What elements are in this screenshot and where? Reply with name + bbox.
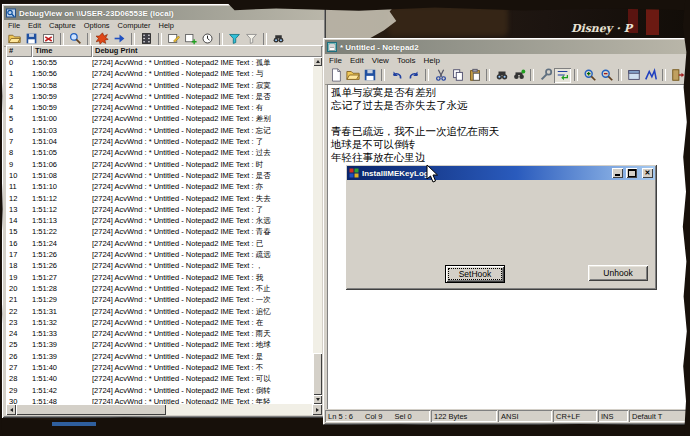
vertical-scroll-thumb[interactable]: [313, 353, 322, 395]
menu-item-tools[interactable]: Tools: [393, 55, 420, 66]
debug-log-row[interactable]: 41:50:59[2724] AcvWnd : * Untitled - Not…: [6, 102, 313, 113]
new-window-icon[interactable]: [182, 31, 199, 46]
scroll-down-icon[interactable]: [313, 395, 322, 404]
find-icon[interactable]: [270, 31, 287, 46]
debug-log-row[interactable]: 01:50:55[2724] AcvWnd : * Untitled - Not…: [6, 57, 313, 68]
horizontal-scroll-thumb[interactable]: [16, 404, 166, 415]
debug-log-row[interactable]: 231:51:32[2724] AcvWnd : * Untitled - No…: [6, 317, 313, 328]
word-wrap-icon[interactable]: [554, 68, 571, 83]
open-icon[interactable]: [344, 68, 361, 83]
replace-icon[interactable]: [510, 68, 527, 83]
debug-log-row[interactable]: 101:51:08[2724] AcvWnd : * Untitled - No…: [6, 170, 313, 181]
menu-item-edit[interactable]: Edit: [24, 20, 45, 31]
status-line: Ln 5 : 6: [328, 412, 353, 421]
status-eol[interactable]: CR+LF: [553, 410, 597, 422]
row-debug-print: [2724] AcvWnd : * Untitled - Notepad2 IM…: [92, 125, 313, 136]
status-mode[interactable]: INS: [598, 410, 628, 422]
wrench-icon[interactable]: [537, 68, 554, 83]
edit-note-icon[interactable]: [165, 31, 182, 46]
debug-log-row[interactable]: 181:51:26[2724] AcvWnd : * Untitled - No…: [6, 260, 313, 271]
highlight-icon[interactable]: [243, 31, 260, 46]
debug-log-row[interactable]: 51:51:00[2724] AcvWnd : * Untitled - Not…: [6, 113, 313, 124]
debug-log-row[interactable]: 241:51:33[2724] AcvWnd : * Untitled - No…: [6, 328, 313, 339]
boot-log-icon[interactable]: [138, 31, 155, 46]
debug-log-row[interactable]: 161:51:24[2724] AcvWnd : * Untitled - No…: [6, 238, 313, 249]
scheme-icon[interactable]: [642, 68, 659, 83]
row-number: 8: [6, 147, 32, 158]
cut-icon[interactable]: [432, 68, 449, 83]
debug-log-row[interactable]: 111:51:10[2724] AcvWnd : * Untitled - No…: [6, 181, 313, 192]
debug-log-row[interactable]: 141:51:13[2724] AcvWnd : * Untitled - No…: [6, 215, 313, 226]
status-scheme[interactable]: Default T: [629, 410, 687, 422]
notepad2-titlebar[interactable]: * Untitled - Notepad2: [325, 40, 688, 54]
debug-log-row[interactable]: 171:51:26[2724] AcvWnd : * Untitled - No…: [6, 249, 313, 260]
open-icon[interactable]: [6, 31, 23, 46]
menu-item-file[interactable]: File: [4, 20, 24, 31]
debug-log-row[interactable]: 91:51:06[2724] AcvWnd : * Untitled - Not…: [6, 159, 313, 170]
unhook-button[interactable]: Unhook: [588, 265, 648, 281]
row-debug-print: [2724] AcvWnd : * Untitled - Notepad2 IM…: [92, 249, 313, 260]
debug-log-row[interactable]: 221:51:31[2724] AcvWnd : * Untitled - No…: [6, 306, 313, 317]
debugview-horizontal-scrollbar[interactable]: [6, 404, 322, 415]
find-icon[interactable]: [493, 68, 510, 83]
close-icon[interactable]: ✕: [642, 168, 653, 178]
debug-log-row[interactable]: 11:50:56[2724] AcvWnd : * Untitled - Not…: [6, 68, 313, 79]
menu-item-help[interactable]: Help: [155, 20, 178, 31]
sethook-button[interactable]: SetHook: [445, 265, 505, 283]
save-icon[interactable]: [23, 31, 40, 46]
menu-item-options[interactable]: Options: [80, 20, 114, 31]
debug-log-row[interactable]: 21:50:58[2724] AcvWnd : * Untitled - Not…: [6, 80, 313, 91]
clock-icon[interactable]: [199, 31, 216, 46]
debug-log-row[interactable]: 71:51:04[2724] AcvWnd : * Untitled - Not…: [6, 136, 313, 147]
debug-log-row[interactable]: 61:51:03[2724] AcvWnd : * Untitled - Not…: [6, 125, 313, 136]
scroll-right-icon[interactable]: [312, 404, 322, 415]
menu-item-capture[interactable]: Capture: [45, 20, 80, 31]
menu-item-view[interactable]: View: [368, 55, 393, 66]
scroll-up-icon[interactable]: [313, 57, 322, 66]
settings-icon[interactable]: [625, 68, 642, 83]
column-header-print[interactable]: Debug Print: [92, 45, 322, 57]
menu-item-file[interactable]: File: [325, 55, 346, 66]
scroll-left-icon[interactable]: [6, 404, 16, 415]
autoscroll-icon[interactable]: [111, 31, 128, 46]
debug-log-row[interactable]: 291:51:42[2724] AcvWnd : * Untitled - No…: [6, 385, 313, 396]
dialog-titlebar[interactable]: InstallIMEKeyLog ✕: [347, 166, 655, 180]
minimize-icon[interactable]: [612, 168, 623, 178]
debug-log-row[interactable]: 281:51:40[2724] AcvWnd : * Untitled - No…: [6, 373, 313, 384]
debugview-log-list: 01:50:55[2724] AcvWnd : * Untitled - Not…: [6, 57, 313, 404]
zoom-out-icon[interactable]: [598, 68, 615, 83]
debug-log-row[interactable]: 201:51:28[2724] AcvWnd : * Untitled - No…: [6, 283, 313, 294]
toolbar-separator: [425, 69, 429, 81]
log-file-icon[interactable]: [40, 31, 57, 46]
column-header-time[interactable]: Time: [32, 45, 92, 57]
undo-icon[interactable]: [388, 68, 405, 83]
redo-icon[interactable]: [405, 68, 422, 83]
debug-log-row[interactable]: 121:51:12[2724] AcvWnd : * Untitled - No…: [6, 193, 313, 204]
debug-log-row[interactable]: 191:51:27[2724] AcvWnd : * Untitled - No…: [6, 272, 313, 283]
debug-log-row[interactable]: 251:51:39[2724] AcvWnd : * Untitled - No…: [6, 339, 313, 350]
menu-item-computer[interactable]: Computer: [114, 20, 155, 31]
capture-icon[interactable]: [94, 31, 111, 46]
debug-log-row[interactable]: 211:51:29[2724] AcvWnd : * Untitled - No…: [6, 294, 313, 305]
paste-icon[interactable]: [466, 68, 483, 83]
column-header-num[interactable]: #: [6, 45, 32, 57]
new-icon[interactable]: [327, 68, 344, 83]
debug-log-row[interactable]: 31:50:59[2724] AcvWnd : * Untitled - Not…: [6, 91, 313, 102]
maximize-icon[interactable]: [626, 168, 637, 178]
status-encoding[interactable]: ANSI: [498, 410, 552, 422]
save-icon[interactable]: [361, 68, 378, 83]
debug-log-row[interactable]: 81:51:05[2724] AcvWnd : * Untitled - Not…: [6, 147, 313, 158]
menu-item-edit[interactable]: Edit: [346, 55, 368, 66]
search-icon[interactable]: [67, 31, 84, 46]
debugview-vertical-scrollbar[interactable]: [313, 57, 322, 404]
zoom-in-icon[interactable]: [581, 68, 598, 83]
debug-log-row[interactable]: 301:51:48[2724] AcvWnd : * Untitled - No…: [6, 396, 313, 404]
exit-icon[interactable]: [669, 68, 686, 83]
debug-log-row[interactable]: 261:51:39[2724] AcvWnd : * Untitled - No…: [6, 351, 313, 362]
menu-item-help[interactable]: Help: [420, 55, 444, 66]
copy-icon[interactable]: [449, 68, 466, 83]
debug-log-row[interactable]: 271:51:40[2724] AcvWnd : * Untitled - No…: [6, 362, 313, 373]
filter-icon[interactable]: [226, 31, 243, 46]
debug-log-row[interactable]: 131:51:12[2724] AcvWnd : * Untitled - No…: [6, 204, 313, 215]
debug-log-row[interactable]: 151:51:22[2724] AcvWnd : * Untitled - No…: [6, 226, 313, 237]
